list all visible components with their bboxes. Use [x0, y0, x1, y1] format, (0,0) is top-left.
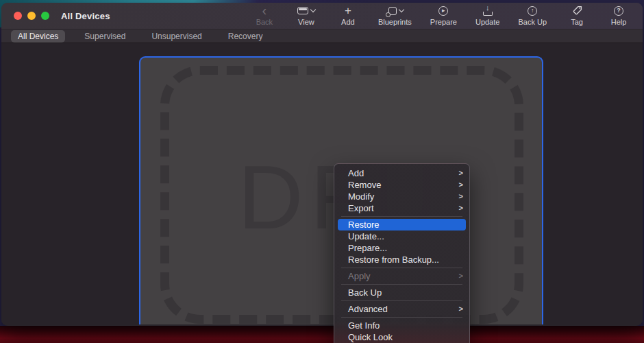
menu-item-label: Restore: [348, 219, 380, 230]
menu-separator: [341, 300, 462, 301]
tag-icon: [572, 5, 582, 16]
context-menu: Add>Remove>Modify>Export>RestoreUpdate..…: [334, 163, 470, 343]
blueprint-icon: [386, 5, 404, 16]
menu-item-label: Export: [348, 202, 374, 214]
menu-item-export[interactable]: Export>: [334, 202, 469, 214]
menu-item-add[interactable]: Add>: [334, 167, 469, 179]
submenu-chevron-icon: >: [459, 167, 463, 179]
zoom-button[interactable]: [41, 12, 49, 20]
tab-recovery[interactable]: Recovery: [221, 30, 270, 43]
toolbar-label: Blueprints: [378, 18, 412, 26]
wallpaper-bottom: [0, 326, 644, 343]
submenu-chevron-icon: >: [459, 202, 463, 214]
menu-item-label: Modify: [348, 191, 374, 202]
menu-item-label: Prepare...: [348, 242, 387, 254]
menu-item-prepare[interactable]: Prepare...: [334, 242, 469, 254]
toolbar-tag-button[interactable]: Tag: [565, 5, 589, 26]
menu-item-restore-from-backup[interactable]: Restore from Backup...: [334, 254, 469, 265]
tray-download-icon: ↓: [483, 5, 493, 16]
tab-all-devices[interactable]: All Devices: [11, 30, 65, 43]
menu-item-remove[interactable]: Remove>: [334, 179, 469, 191]
menu-item-get-info[interactable]: Get Info: [334, 320, 469, 331]
toolbar-update-button[interactable]: ↓Update: [475, 5, 499, 26]
main-content: DFU: [1, 43, 643, 324]
menu-separator: [341, 317, 462, 318]
toolbar-blueprints-button[interactable]: Blueprints: [378, 5, 412, 26]
chevron-down-icon: [399, 7, 404, 12]
toolbar-label: Back: [256, 18, 273, 26]
toolbar: ‹BackView+AddBlueprints▸Prepare↓Update↑B…: [253, 5, 634, 26]
toolbar-view-button[interactable]: View: [295, 5, 318, 26]
toolbar-backup-button[interactable]: ↑Back Up: [518, 5, 547, 26]
menu-item-quick-look[interactable]: Quick Look: [334, 331, 469, 343]
submenu-chevron-icon: >: [459, 191, 463, 202]
menu-item-back-up[interactable]: Back Up: [334, 287, 469, 298]
window-view-icon: [297, 5, 315, 16]
chevron-down-icon: [310, 7, 316, 12]
menu-item-label: Get Info: [348, 320, 380, 331]
chevron-left-icon: ‹: [262, 5, 267, 16]
menu-separator: [341, 216, 462, 217]
menu-item-restore[interactable]: Restore: [338, 219, 466, 230]
toolbar-add-button[interactable]: +Add: [336, 5, 360, 26]
menu-item-label: Advanced: [348, 303, 388, 315]
menu-item-apply: Apply>: [334, 270, 469, 282]
menu-separator: [341, 284, 462, 285]
tab-bar: All DevicesSupervisedUnsupervisedRecover…: [1, 29, 643, 43]
toolbar-label: Back Up: [518, 18, 547, 26]
menu-item-label: Remove: [348, 179, 381, 191]
app-window: All Devices ‹BackView+AddBlueprints▸Prep…: [1, 3, 643, 326]
submenu-chevron-icon: >: [459, 270, 463, 282]
traffic-lights: [14, 12, 49, 20]
submenu-chevron-icon: >: [459, 303, 463, 315]
menu-item-label: Add: [348, 167, 364, 179]
menu-item-label: Apply: [348, 270, 371, 282]
toolbar-label: Update: [475, 18, 499, 26]
menu-item-modify[interactable]: Modify>: [334, 191, 469, 202]
tab-supervised[interactable]: Supervised: [77, 30, 132, 43]
toolbar-label: View: [298, 18, 314, 26]
toolbar-label: Add: [341, 18, 355, 26]
question-circle-icon: ?: [614, 5, 623, 16]
toolbar-help-button[interactable]: ?Help: [607, 5, 630, 26]
menu-item-label: Back Up: [348, 287, 382, 298]
window-title: All Devices: [61, 11, 110, 21]
close-button[interactable]: [14, 12, 22, 20]
screen: All Devices ‹BackView+AddBlueprints▸Prep…: [0, 0, 644, 343]
menu-item-advanced[interactable]: Advanced>: [334, 303, 469, 315]
arrow-up-circle-icon: ↑: [528, 5, 537, 16]
toolbar-label: Tag: [571, 18, 583, 26]
menu-item-label: Restore from Backup...: [348, 254, 439, 265]
toolbar-back-button: ‹Back: [253, 5, 276, 26]
toolbar-label: Help: [611, 18, 627, 26]
menu-item-label: Update...: [348, 230, 384, 242]
prepare-circle-icon: ▸: [438, 5, 448, 16]
minimize-button[interactable]: [27, 12, 36, 20]
submenu-chevron-icon: >: [459, 179, 463, 191]
plus-icon: +: [345, 5, 351, 16]
menu-item-update[interactable]: Update...: [334, 230, 469, 242]
tab-unsupervised[interactable]: Unsupervised: [145, 30, 208, 43]
menu-separator: [341, 268, 462, 268]
toolbar-label: Prepare: [430, 18, 457, 26]
menu-item-label: Quick Look: [348, 331, 393, 343]
toolbar-prepare-button[interactable]: ▸Prepare: [430, 5, 457, 26]
title-bar[interactable]: All Devices ‹BackView+AddBlueprints▸Prep…: [1, 3, 643, 29]
